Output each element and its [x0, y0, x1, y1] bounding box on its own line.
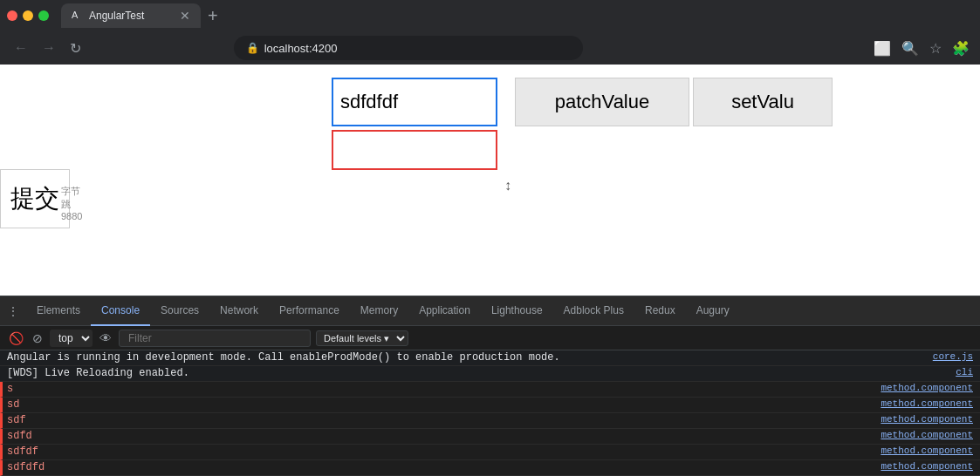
clear-console-button[interactable]: 🚫 [7, 330, 25, 347]
extensions-icon[interactable]: 🧩 [952, 40, 970, 57]
submit-section: 提交 字节跳 9880 [0, 169, 70, 228]
toggle-filter-button[interactable]: ⊘ [31, 330, 45, 347]
browser-toolbar: ⬜ 🔍 ☆ 🧩 [874, 40, 970, 57]
tab-bar: A AngularTest ✕ + [0, 0, 980, 31]
close-button[interactable] [7, 10, 17, 21]
bookmark-icon[interactable]: ☆ [929, 40, 942, 57]
devtools-dock-button[interactable]: ⋮ [0, 296, 26, 326]
refresh-button[interactable]: ↻ [66, 37, 85, 60]
tab-favicon-icon: A [72, 10, 84, 22]
second-text-input[interactable] [332, 130, 497, 170]
lock-icon: 🔒 [246, 42, 259, 54]
devtools-panel: ⋮ Elements Console Sources Network Perfo… [0, 296, 980, 476]
filter-wrap[interactable] [119, 330, 311, 347]
tab-adblock[interactable]: Adblock Plus [553, 296, 634, 326]
console-source-link[interactable]: method.component [881, 430, 973, 440]
cast-icon[interactable]: ⬜ [874, 40, 891, 57]
console-source-link[interactable]: method.component [881, 461, 973, 472]
tab-redux[interactable]: Redux [634, 296, 686, 326]
console-source-link[interactable]: cli [956, 367, 973, 377]
console-text: sdfdf [7, 445, 874, 458]
eye-button[interactable]: 👁 [98, 330, 113, 347]
console-line: sdf method.component [0, 413, 980, 429]
console-text: sdfd [7, 430, 874, 442]
tab-network[interactable]: Network [209, 296, 269, 326]
address-input-wrap[interactable]: 🔒 localhost:4200 [234, 36, 583, 60]
window-controls [7, 10, 49, 21]
console-toolbar: 🚫 ⊘ top 👁 Default levels ▾ [0, 326, 980, 350]
maximize-button[interactable] [38, 10, 49, 21]
console-line: sd method.component [0, 398, 980, 413]
patch-value-button[interactable]: patchValue [515, 78, 689, 126]
console-text: s [7, 383, 874, 395]
console-output: Angular is running in development mode. … [0, 350, 980, 476]
set-value-button[interactable]: setValu [693, 78, 833, 126]
console-source-link[interactable]: method.component [881, 414, 973, 425]
forward-button[interactable]: → [38, 37, 59, 59]
tab-memory[interactable]: Memory [350, 296, 408, 326]
tab-sources[interactable]: Sources [150, 296, 209, 326]
address-bar: ← → ↻ 🔒 localhost:4200 ⬜ 🔍 ☆ 🧩 [0, 31, 980, 65]
browser-tab[interactable]: A AngularTest ✕ [61, 3, 201, 28]
tab-augury[interactable]: Augury [686, 296, 740, 326]
console-line: sdfd method.component [0, 429, 980, 445]
console-text: sd [7, 398, 874, 411]
console-text: sdfdfd [7, 461, 874, 473]
tab-elements[interactable]: Elements [26, 296, 91, 326]
console-line: sdfdf method.component [0, 445, 980, 460]
watermark: 字节跳 9880 [61, 185, 82, 221]
tab-application[interactable]: Application [408, 296, 481, 326]
console-source-link[interactable]: method.component [881, 445, 973, 456]
console-source-link[interactable]: method.component [881, 383, 973, 393]
cursor-indicator: ↕ [504, 178, 513, 192]
console-text: Angular is running in development mode. … [7, 351, 926, 364]
page-content: 提交 字节跳 9880 patchValue setValu ↕ [0, 65, 980, 296]
url-display: localhost:4200 [264, 42, 338, 55]
tab-close-icon[interactable]: ✕ [180, 9, 190, 23]
back-button[interactable]: ← [10, 37, 31, 59]
input-section: patchValue setValu [332, 69, 833, 170]
new-tab-button[interactable]: + [208, 6, 218, 26]
filter-input[interactable] [125, 332, 305, 344]
console-text: [WDS] Live Reloading enabled. [7, 367, 949, 379]
tab-title: AngularTest [89, 10, 144, 22]
zoom-icon[interactable]: 🔍 [901, 40, 919, 57]
console-text: sdf [7, 414, 874, 426]
console-source-link[interactable]: method.component [881, 398, 973, 409]
console-line: s method.component [0, 382, 980, 398]
console-source-link[interactable]: core.js [933, 351, 973, 362]
text-input-group [332, 78, 497, 170]
console-line: sdfdfd method.component [0, 460, 980, 476]
console-line: [WDS] Live Reloading enabled. cli [0, 366, 980, 382]
context-select[interactable]: top [50, 330, 93, 347]
tab-performance[interactable]: Performance [269, 296, 350, 326]
main-text-input[interactable] [332, 78, 497, 126]
devtools-header: ⋮ Elements Console Sources Network Perfo… [0, 296, 980, 326]
console-line: Angular is running in development mode. … [0, 350, 980, 366]
levels-select[interactable]: Default levels ▾ [316, 330, 408, 346]
tab-lighthouse[interactable]: Lighthouse [481, 296, 553, 326]
minimize-button[interactable] [23, 10, 33, 21]
submit-button[interactable]: 提交 [0, 169, 70, 228]
tab-console[interactable]: Console [91, 296, 150, 326]
